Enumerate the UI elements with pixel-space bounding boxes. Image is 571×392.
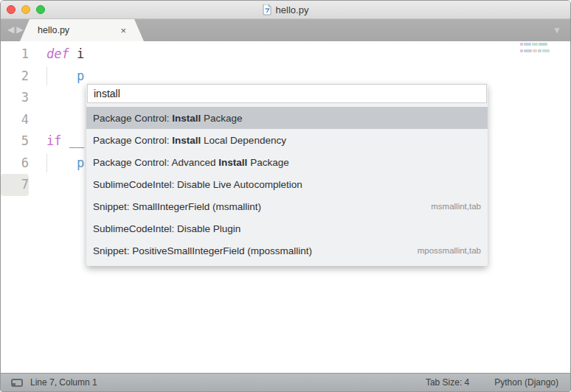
palette-item[interactable]: SublimeCodeIntel: Disable Live Autocompl…	[86, 173, 488, 195]
line-number: 4	[1, 109, 29, 131]
command-palette-input[interactable]	[87, 84, 487, 103]
tab-hello-py[interactable]: hello.py ×	[20, 19, 144, 41]
code-line[interactable]: def i	[46, 43, 570, 66]
snippet-trigger: msmallint,tab	[431, 202, 481, 211]
palette-item[interactable]: Snippet: SmallIntegerField (msmallint)ms…	[86, 195, 488, 217]
title-bar[interactable]: hello.py	[1, 1, 570, 19]
line-number: 2	[1, 66, 29, 88]
line-number: 3	[1, 87, 29, 109]
palette-item[interactable]: SublimeCodeIntel: Disable Plugin	[86, 217, 488, 239]
tab-nav-arrows: ◀ ▶	[7, 25, 23, 34]
traffic-lights	[7, 5, 45, 14]
close-window-button[interactable]	[7, 5, 15, 14]
palette-item[interactable]: Package Control: Advanced Install Packag…	[86, 151, 488, 173]
tab-overflow-icon[interactable]: ▼	[553, 26, 561, 35]
line-number: 7	[1, 174, 29, 196]
line-number: 6	[1, 153, 29, 175]
minimap[interactable]	[520, 43, 558, 56]
document-icon	[263, 4, 271, 15]
zoom-window-button[interactable]	[36, 5, 45, 14]
palette-item[interactable]: Package Control: Install Local Dependenc…	[86, 129, 488, 151]
status-bar: Line 7, Column 1 Tab Size: 4 Python (Dja…	[1, 373, 570, 391]
snippet-trigger: mpossmallint,tab	[418, 246, 481, 255]
sublime-text-window: hello.py ◀ ▶ hello.py × ▼ 1234567 def i …	[0, 0, 571, 392]
gutter: 1234567	[1, 41, 41, 374]
tab-label: hello.py	[38, 25, 69, 35]
syntax-indicator[interactable]: Python (Django)	[494, 377, 558, 388]
tab-close-icon[interactable]: ×	[120, 26, 126, 35]
tab-size-indicator[interactable]: Tab Size: 4	[426, 377, 469, 388]
palette-item[interactable]: Package Control: Install Package	[86, 107, 488, 129]
tab-bar: ◀ ▶ hello.py × ▼	[1, 19, 570, 41]
window-title: hello.py	[276, 4, 309, 15]
editor-area[interactable]: 1234567 def i pif __ pr Package Control:…	[1, 41, 570, 374]
palette-list: Package Control: Install PackagePackage …	[86, 107, 488, 262]
nav-back-icon[interactable]: ◀	[7, 25, 14, 34]
line-number: 1	[1, 43, 29, 66]
command-palette: Package Control: Install PackagePackage …	[86, 83, 488, 266]
cursor-position: Line 7, Column 1	[30, 377, 97, 388]
status-panel-icon[interactable]	[11, 379, 23, 387]
line-number: 5	[1, 130, 29, 153]
nav-forward-icon[interactable]: ▶	[16, 25, 23, 34]
title-group: hello.py	[1, 1, 570, 18]
status-right: Tab Size: 4 Python (Django)	[426, 377, 560, 388]
minimize-window-button[interactable]	[21, 5, 30, 14]
palette-item[interactable]: Snippet: PositiveSmallIntegerField (mpos…	[86, 239, 488, 262]
